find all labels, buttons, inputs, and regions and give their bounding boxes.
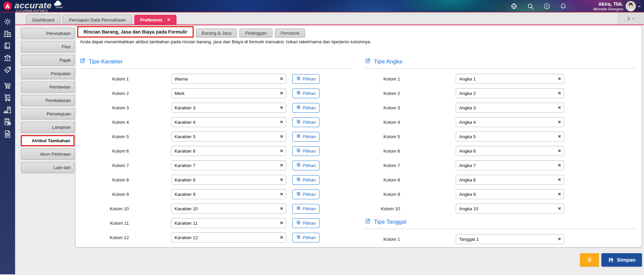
sidebar-item-pajak[interactable]: Pajak: [21, 55, 75, 66]
clear-input-icon[interactable]: ✕: [280, 206, 283, 211]
clear-input-icon[interactable]: ✕: [280, 221, 283, 225]
attribute-name-input[interactable]: [457, 120, 556, 125]
attribute-name-input[interactable]: [172, 235, 278, 240]
panel-tab-pelanggan[interactable]: Pelanggan: [239, 29, 273, 38]
clear-input-icon[interactable]: ✕: [280, 76, 283, 81]
clear-input-icon[interactable]: ✕: [280, 177, 283, 182]
attribute-name-input[interactable]: [457, 237, 556, 242]
attribute-name-input[interactable]: [172, 134, 278, 139]
clear-input-icon[interactable]: ✕: [280, 149, 283, 153]
ai-assistant-icon[interactable]: AI: [510, 2, 518, 10]
user-block[interactable]: Akira, Tbk. Michelle Georgina: [593, 1, 623, 11]
window-tab-persiapan-data-perusahaan[interactable]: Persiapan Data Perusahaan: [63, 15, 132, 24]
avatar[interactable]: [626, 1, 636, 11]
attribute-name-input[interactable]: [172, 120, 278, 125]
banking-icon[interactable]: [3, 53, 12, 62]
attribute-name-input[interactable]: [172, 163, 278, 168]
column-label: Kolom 3: [79, 105, 129, 110]
attribute-name-input[interactable]: [457, 149, 556, 154]
panel-tab-rincian-barang-jasa-dan-biaya-pada-formulir[interactable]: Rincian Barang, Jasa dan Biaya pada Form…: [78, 27, 193, 37]
attribute-name-input[interactable]: [457, 76, 556, 81]
sidebar-item-persetujuan[interactable]: Persetujuan: [21, 108, 75, 119]
pilihan-button[interactable]: Pilihan: [292, 132, 319, 142]
panel-tab-pemasok[interactable]: Pemasok: [275, 29, 305, 38]
sidebar-item-atribut-tambahan[interactable]: Atribut Tambahan: [21, 135, 75, 146]
journal-icon[interactable]: [3, 41, 12, 50]
sidebar-item-pembelian[interactable]: Pembelian: [21, 81, 75, 93]
tab-overflow-dropdown[interactable]: 3: [618, 12, 644, 24]
tab-label: Persiapan Data Perusahaan: [69, 17, 126, 22]
attribute-name-input[interactable]: [457, 177, 556, 182]
search-icon[interactable]: [527, 2, 534, 10]
attribute-name-input[interactable]: [172, 105, 278, 110]
attribute-name-input[interactable]: [457, 91, 556, 96]
sidebar-item-pembatasan[interactable]: Pembatasan: [21, 95, 75, 106]
attribute-name-input[interactable]: [457, 105, 556, 110]
pilihan-button[interactable]: Pilihan: [292, 218, 319, 228]
window-tab-preferensi[interactable]: Preferensi✕: [134, 15, 177, 24]
clear-input-icon[interactable]: ✕: [280, 105, 283, 110]
clear-input-icon[interactable]: ✕: [558, 237, 561, 241]
attribute-name-input[interactable]: [172, 192, 278, 197]
sidebar-item-akun-perkiraan[interactable]: Akun Perkiraan: [21, 149, 75, 160]
clear-input-icon[interactable]: ✕: [280, 134, 283, 139]
close-tab-icon[interactable]: ✕: [167, 17, 170, 22]
pilihan-button[interactable]: Pilihan: [292, 146, 319, 156]
attribute-name-input[interactable]: [457, 192, 556, 197]
clear-input-icon[interactable]: ✕: [558, 76, 561, 81]
clear-input-icon[interactable]: ✕: [558, 206, 561, 211]
hint-button[interactable]: [580, 253, 599, 267]
fixed-assets-icon[interactable]: [3, 105, 12, 114]
clear-input-icon[interactable]: ✕: [280, 163, 283, 168]
user-menu-chevron-icon[interactable]: [637, 4, 641, 8]
pilihan-button[interactable]: Pilihan: [292, 103, 319, 113]
attribute-name-input[interactable]: [172, 91, 278, 96]
clear-input-icon[interactable]: ✕: [280, 235, 283, 240]
pilihan-button[interactable]: Pilihan: [292, 89, 319, 98]
pilihan-button[interactable]: Pilihan: [292, 189, 319, 199]
pilihan-button[interactable]: Pilihan: [292, 204, 319, 214]
sidebar-item-lampiran[interactable]: Lampiran: [21, 122, 75, 133]
panel-tab-barang-jasa[interactable]: Barang & Jasa: [196, 29, 237, 38]
attribute-name-input[interactable]: [172, 206, 278, 211]
taxes-icon[interactable]: TAX: [3, 117, 12, 126]
svg-text:TAX: TAX: [5, 119, 9, 121]
attribute-name-input[interactable]: [172, 149, 278, 154]
clear-input-icon[interactable]: ✕: [558, 163, 561, 168]
help-icon[interactable]: ?: [543, 2, 551, 10]
pilihan-button[interactable]: Pilihan: [292, 161, 319, 170]
clear-input-icon[interactable]: ✕: [558, 120, 561, 124]
reports-icon[interactable]: [3, 129, 12, 139]
pilihan-button[interactable]: Pilihan: [292, 74, 319, 84]
attribute-name-input[interactable]: [172, 76, 278, 81]
window-tab-dashboard[interactable]: Dashboard: [26, 15, 60, 24]
sidebar-item-perusahaan[interactable]: Perusahaan: [21, 28, 75, 39]
pilihan-button[interactable]: Pilihan: [292, 233, 319, 242]
company-icon[interactable]: [3, 29, 12, 38]
clear-input-icon[interactable]: ✕: [558, 91, 561, 96]
attribute-name-input[interactable]: [457, 206, 556, 211]
clear-input-icon[interactable]: ✕: [280, 192, 283, 197]
inventory-icon[interactable]: [3, 93, 12, 102]
settings-icon[interactable]: [3, 17, 12, 26]
clear-input-icon[interactable]: ✕: [558, 192, 561, 197]
clear-input-icon[interactable]: ✕: [558, 105, 561, 110]
clear-input-icon[interactable]: ✕: [280, 120, 283, 124]
sidebar-item-penjualan[interactable]: Penjualan: [21, 68, 75, 79]
notifications-bell-icon[interactable]: [559, 2, 567, 10]
purchases-icon[interactable]: [3, 81, 12, 90]
pilihan-button[interactable]: Pilihan: [292, 117, 319, 127]
sidebar-item-lain-lain[interactable]: Lain-lain: [21, 162, 75, 173]
clear-input-icon[interactable]: ✕: [558, 134, 561, 139]
save-button[interactable]: Simpan: [601, 253, 642, 267]
sidebar-item-fitur[interactable]: Fitur: [21, 41, 75, 52]
attribute-name-input[interactable]: [457, 134, 556, 139]
pilihan-button[interactable]: Pilihan: [292, 175, 319, 185]
clear-input-icon[interactable]: ✕: [558, 177, 561, 182]
price-tag-icon[interactable]: Rp: [3, 65, 12, 74]
attribute-name-input[interactable]: [172, 221, 278, 226]
clear-input-icon[interactable]: ✕: [558, 149, 561, 153]
attribute-name-input[interactable]: [172, 177, 278, 182]
attribute-name-input[interactable]: [457, 163, 556, 168]
clear-input-icon[interactable]: ✕: [280, 91, 283, 96]
